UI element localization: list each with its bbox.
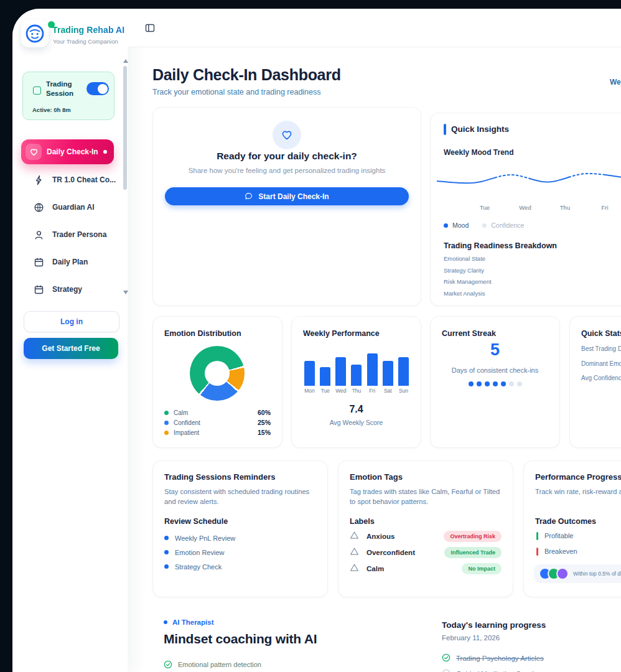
labels-title: Labels	[350, 517, 375, 526]
brand-logo-smiley-icon	[21, 20, 49, 47]
main-content: Daily Check-In Dashboard Track your emot…	[128, 9, 621, 672]
weekly-bar-chart: MonTueWedThuFriSatSun	[304, 349, 409, 394]
readiness-item: Emotional State	[444, 255, 492, 262]
legend-item-confidence[interactable]: Confidence	[482, 222, 524, 229]
emotion-tag-row: CalmNo Impact	[350, 563, 502, 574]
bullet-dot	[164, 536, 169, 540]
bar	[351, 365, 362, 386]
review-item-label: Strategy Check	[175, 563, 222, 571]
emotion-legend-row: Calm60%	[164, 409, 271, 416]
sidebar-item-label: Strategy	[52, 285, 82, 294]
sidebar-item-label: Daily Check-In	[47, 147, 98, 156]
weekly-performance-title: Weekly Performance	[303, 329, 380, 338]
checkin-title: Ready for your daily check-in?	[153, 151, 421, 162]
trader-avatar	[556, 567, 569, 580]
checkin-subtitle: Share how you're feeling and get persona…	[153, 167, 421, 174]
x-tick-label: Fri	[595, 204, 614, 211]
sidebar-item-label: Guardian AI	[52, 203, 95, 212]
outcome-label: Breakeven	[544, 548, 577, 555]
readiness-list: Emotional StateStrategy ClarityRisk Mana…	[444, 255, 492, 297]
mood-trend-line-chart	[437, 161, 621, 207]
sidebar-item-tr-1-0-cheat-co[interactable]: TR 1.0 Cheat Co...	[21, 167, 114, 192]
bar-column: Sat	[383, 349, 393, 394]
sidebar-item-strategy[interactable]: Strategy	[21, 277, 114, 302]
learning-item[interactable]: Trading Psychology Articles	[442, 653, 544, 663]
emotion-legend-row: Confident25%	[164, 419, 271, 426]
quick-insights-card: Quick Insights Weekly Mood Trend TueWedT…	[430, 113, 621, 306]
trade-outcome-row: Breakeven	[536, 547, 577, 556]
review-schedule-item: Strategy Check	[164, 559, 235, 574]
mindset-coaching-title: Mindset coaching with AI	[164, 632, 317, 646]
legend-item-mood[interactable]: Mood	[444, 222, 469, 229]
session-checkbox-icon[interactable]	[33, 86, 41, 95]
check-circle-icon	[442, 653, 451, 663]
globe-icon	[34, 202, 44, 213]
review-schedule-list: Weekly PnL ReviewEmotion ReviewStrategy …	[164, 531, 235, 574]
footnote-text: Within top 0.5% of disc	[573, 571, 621, 577]
badge-dot	[164, 620, 167, 624]
sidebar-item-label: TR 1.0 Cheat Co...	[52, 175, 116, 184]
avg-weekly-score-value: 7.4	[292, 404, 421, 415]
bar-day-label: Fri	[369, 388, 375, 394]
emotion-tag-pill: Overtrading Risk	[444, 531, 502, 542]
brand-name: Trading Rehab AI	[52, 25, 124, 35]
start-checkin-label: Start Daily Check-In	[258, 192, 329, 201]
mood-line-segment	[569, 174, 605, 177]
header-date-text: We	[610, 78, 621, 86]
learning-item-label: Trading Psychology Articles	[456, 655, 544, 662]
quick-stat-label: Avg Confidence	[581, 375, 621, 381]
session-toggle[interactable]	[86, 82, 109, 95]
legend-dot	[164, 431, 169, 435]
bar-day-label: Sat	[384, 388, 392, 394]
toggle-knob	[98, 84, 108, 94]
quick-stat-label: Dominant Emotion	[581, 360, 621, 367]
calendar-icon	[34, 284, 44, 295]
sidebar: Trading Rehab AI Your Trading Companion …	[12, 9, 128, 672]
start-checkin-button[interactable]: Start Daily Check-In	[165, 187, 409, 205]
ai-therapist-badge: AI Therapist	[164, 618, 213, 626]
current-streak-card: Current Streak 5 Days of consistent chec…	[430, 316, 560, 448]
sidebar-item-label: Trader Persona	[52, 230, 106, 239]
session-status: Active: 0h 8m	[32, 106, 71, 113]
legend-label: Impatient	[174, 429, 199, 436]
learning-item[interactable]: Guided Meditation Session	[442, 669, 541, 672]
sidebar-item-trader-persona[interactable]: Trader Persona	[21, 222, 114, 247]
daily-checkin-card: Ready for your daily check-in? Share how…	[152, 107, 421, 306]
legend-label: Calm	[174, 409, 188, 416]
streak-dot	[485, 381, 490, 386]
page-title: Daily Check-In Dashboard	[152, 66, 341, 84]
bar-column: Fri	[367, 349, 378, 394]
legend-value: 25%	[258, 419, 271, 426]
current-streak-title: Current Streak	[442, 329, 496, 338]
login-button[interactable]: Log in	[24, 311, 119, 332]
legend-value: 15%	[258, 429, 271, 436]
sidebar-scrollbar-thumb[interactable]	[123, 66, 127, 190]
emotion-tag-pill: Influenced Trade	[444, 547, 502, 558]
streak-dot	[493, 381, 498, 386]
quick-stats-title: Quick Stats	[581, 329, 621, 338]
page: { "brand": {"name": "Trading Rehab AI", …	[0, 0, 621, 672]
mood-trend-legend: MoodConfidence	[444, 222, 524, 229]
check-circle-icon	[442, 669, 451, 672]
app-window: Trading Rehab AI Your Trading Companion …	[12, 9, 621, 672]
readiness-item: Risk Management	[444, 278, 492, 285]
bar-day-label: Mon	[304, 388, 315, 394]
sidebar-item-daily-plan[interactable]: Daily Plan	[21, 250, 114, 274]
sidebar-item-guardian-ai[interactable]: Guardian AI	[21, 195, 114, 220]
get-started-button[interactable]: Get Started Free	[24, 338, 118, 359]
legend-label: Confidence	[491, 222, 524, 229]
donut-hole	[205, 361, 230, 386]
legend-label: Mood	[452, 222, 469, 229]
x-tick-label: Thu	[556, 204, 574, 211]
legend-dot	[164, 411, 169, 415]
sidebar-item-daily-check-in[interactable]: Daily Check-In	[21, 139, 114, 164]
reminders-title: Trading Sessions Reminders	[164, 472, 275, 482]
calendar-icon	[34, 257, 44, 268]
brand-tagline: Your Trading Companion	[53, 38, 118, 45]
emotion-tag-row: AnxiousOvertrading Risk	[350, 531, 502, 542]
mood-line-segment	[605, 175, 621, 177]
legend-dot	[444, 223, 448, 228]
warning-triangle-icon	[350, 547, 359, 558]
sidebar-toggle-icon[interactable]	[145, 23, 155, 33]
bullet-dot	[164, 550, 169, 554]
